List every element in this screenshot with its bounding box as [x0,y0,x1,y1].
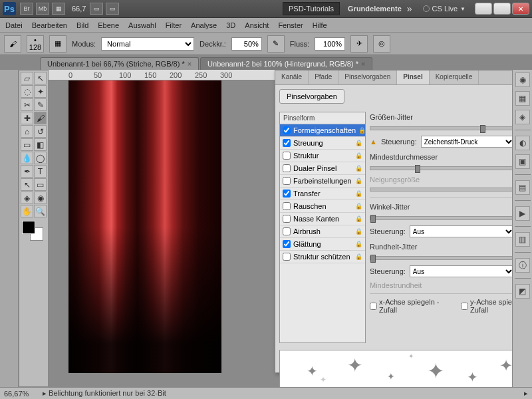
brush-tool[interactable]: 🖌 [34,112,47,124]
masks-panel-icon[interactable]: ▣ [515,154,530,169]
marquee-tool[interactable]: ↖ [34,72,47,84]
menu-filter[interactable]: Filter [166,21,182,29]
heal-tool[interactable]: ✚ [21,112,33,124]
tab-pfade[interactable]: Pfade [309,70,338,84]
wand-tool[interactable]: ✦ [34,85,47,98]
minibridge-button[interactable]: Mb [36,3,49,15]
history-brush-tool[interactable]: ↺ [34,125,47,138]
maximize-button[interactable]: ☐ [493,3,511,15]
brush-panel-toggle[interactable]: ▦ [49,35,66,53]
deckkr-input[interactable] [231,37,262,51]
menu-fenster[interactable]: Fenster [278,21,303,29]
airbrush-icon[interactable]: ✈ [350,35,368,53]
tab-pinselvorgaben[interactable]: Pinselvorgaben [338,70,397,84]
doc-tab-1[interactable]: Unbenannt-1 bei 66,7% (Striche, RGB/8) *… [40,57,199,70]
tab-kanaele[interactable]: Kanäle [275,70,309,84]
min-diameter-slider[interactable] [370,166,512,170]
arrange-button[interactable]: ▭ [90,3,103,15]
menu-datei[interactable]: Datei [5,21,23,29]
brush-presets-button[interactable]: Pinselvorgaben [279,89,344,104]
checkbox[interactable] [283,139,291,147]
workspace-button[interactable]: PSD-Tutorials [283,2,340,15]
brush-option-4[interactable]: Farbeinstellungen🔒 [280,175,365,188]
brush-option-7[interactable]: Nasse Kanten🔒 [280,213,365,225]
brush-option-1[interactable]: Streuung🔒 [280,137,365,150]
checkbox[interactable] [283,164,291,172]
checkbox[interactable] [283,190,291,198]
status-zoom[interactable]: 66,67% [4,390,37,398]
lock-icon[interactable]: 🔒 [355,241,362,247]
hand-tool[interactable]: ✋ [21,205,33,217]
lasso-tool[interactable]: ◌ [21,85,33,98]
brush-option-3[interactable]: Dualer Pinsel🔒 [280,162,365,175]
lock-icon[interactable]: 🔒 [355,215,362,222]
close-button[interactable]: ✕ [512,3,529,15]
lock-icon[interactable]: 🔒 [355,203,362,209]
checkbox[interactable] [283,240,291,248]
brush-option-0[interactable]: Formeigenschaften🔒 [280,124,365,137]
steuerung-select-2[interactable]: Aus [410,225,512,237]
layers-panel-icon[interactable]: ▤ [515,180,530,195]
3d-tool[interactable]: ◈ [21,192,33,204]
brush-option-9[interactable]: Glättung🔒 [280,238,365,251]
history-panel-icon[interactable]: ▶ [515,206,530,221]
zoom-level[interactable]: 66,7 [72,5,86,13]
lock-icon[interactable]: 🔒 [355,165,362,172]
tab-pinsel[interactable]: Pinsel [397,70,429,84]
3d-camera-tool[interactable]: ◉ [34,192,47,204]
lock-icon[interactable]: 🔒 [355,152,362,159]
stamp-tool[interactable]: ⌂ [21,125,33,138]
blur-tool[interactable]: 💧 [21,152,33,164]
lock-icon[interactable]: 🔒 [355,178,362,184]
actions-panel-icon[interactable]: ▥ [515,232,530,247]
checkbox[interactable] [283,202,291,210]
gradient-tool[interactable]: ◧ [34,138,47,151]
doc-tab-2[interactable]: Unbenannt-2 bei 100% (Hintergrund, RGB/8… [200,57,372,70]
rundheit-slider[interactable] [370,256,512,260]
eraser-tool[interactable]: ▭ [21,138,33,151]
checkbox[interactable] [283,177,291,185]
checkbox[interactable] [283,215,291,223]
menu-bearbeiten[interactable]: Bearbeiten [32,21,67,29]
shape-tool[interactable]: ▭ [34,178,47,191]
brush-option-8[interactable]: Airbrush🔒 [280,225,365,238]
lock-icon[interactable]: 🔒 [355,253,362,260]
crop-tool[interactable]: ✂ [21,98,33,111]
menu-ebene[interactable]: Ebene [98,21,119,29]
checkbox[interactable] [283,253,291,261]
dodge-tool[interactable]: ◯ [34,152,47,164]
menu-bild[interactable]: Bild [76,21,88,29]
steuerung-select-1[interactable]: Zeichenstift-Druck [421,136,512,148]
lock-icon[interactable]: 🔒 [358,127,366,134]
bridge-button[interactable]: Br [20,3,33,15]
brush-preset-picker[interactable]: •128 [27,35,44,53]
size-jitter-slider[interactable] [370,126,512,130]
info-panel-icon[interactable]: ⓘ [515,258,530,273]
menu-ansicht[interactable]: Ansicht [245,21,269,29]
menu-3d[interactable]: 3D [226,21,235,29]
list-header[interactable]: Pinselform [280,112,365,124]
steuerung-select-3[interactable]: Aus [410,265,512,277]
y-flip-checkbox[interactable]: y-Achse spiegeln - Zufall [461,298,512,314]
workspace-name[interactable]: Grundelemente [348,5,402,13]
checkbox[interactable] [283,227,291,235]
tablet-pressure-icon[interactable]: ◎ [373,35,390,53]
lock-icon[interactable]: 🔒 [355,228,362,235]
winkel-slider[interactable] [370,216,512,220]
tab-kopierquelle[interactable]: Kopierquelle [430,70,479,84]
screen-mode-button[interactable]: ▭ [106,3,119,15]
color-swatches[interactable] [21,221,45,241]
cslive-button[interactable]: CS Live▼ [423,5,466,13]
adjustments-panel-icon[interactable]: ◐ [515,136,530,150]
modus-select[interactable]: Normal [101,37,194,51]
checkbox[interactable] [283,126,291,134]
menu-analyse[interactable]: Analyse [191,21,217,29]
zoom-tool[interactable]: 🔍 [34,205,47,217]
pen-tool[interactable]: ✒ [21,165,33,178]
brush-option-10[interactable]: Struktur schützen🔒 [280,251,365,263]
view-extras-button[interactable]: ▦ [52,3,65,15]
color-panel-icon[interactable]: ◉ [515,72,530,87]
x-flip-checkbox[interactable]: x-Achse spiegeln - Zufall [370,298,457,314]
opacity-pressure-icon[interactable]: ✎ [267,35,285,53]
navigator-panel-icon[interactable]: ◩ [515,284,530,299]
